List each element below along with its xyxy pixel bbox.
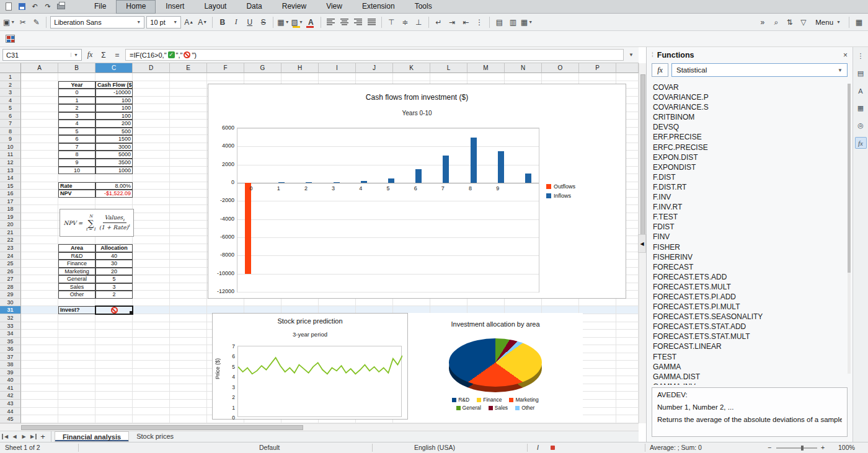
cell-B3[interactable]: 0 [58, 89, 95, 97]
cell-O1[interactable] [542, 73, 579, 81]
row-header-42[interactable]: 42 [0, 392, 21, 400]
cell-D44[interactable] [133, 408, 170, 416]
function-wizard-icon[interactable]: fx [84, 50, 95, 61]
function-item-forecast.ets.stat.mult[interactable]: FORECAST.ETS.STAT.MULT [653, 332, 852, 341]
align-justify-icon[interactable] [366, 16, 378, 29]
cell-B26[interactable]: Marketing [58, 268, 95, 276]
cell-D39[interactable] [133, 369, 170, 377]
find-icon[interactable]: ⌕ [770, 16, 782, 29]
insert-function-icon[interactable]: fx [652, 63, 668, 77]
cell-C38[interactable] [95, 361, 133, 369]
cell-P30[interactable] [579, 299, 616, 307]
function-item-fdist[interactable]: FDIST [653, 222, 852, 232]
function-item-covariance.p[interactable]: COVARIANCE.P [653, 92, 852, 102]
cell-D42[interactable] [133, 392, 170, 400]
cell-C24[interactable]: 40 [95, 252, 133, 260]
cell-D38[interactable] [133, 361, 170, 369]
function-item-fisher[interactable]: FISHER [653, 242, 852, 252]
cell-P35[interactable] [579, 338, 616, 346]
cell-D4[interactable] [133, 97, 170, 105]
cell-E36[interactable] [170, 345, 207, 353]
function-item-gamma.dist[interactable]: GAMMA.DIST [653, 372, 852, 382]
cell-D32[interactable] [133, 314, 170, 322]
cell-D30[interactable] [133, 299, 170, 307]
cell-D27[interactable] [133, 275, 170, 283]
cell-E11[interactable] [170, 151, 207, 159]
cell-D12[interactable] [133, 159, 170, 167]
column-header-O[interactable]: O [542, 63, 579, 73]
cell-C25[interactable]: 30 [95, 260, 133, 268]
cell-D2[interactable] [133, 81, 170, 89]
row-header-5[interactable]: 5 [0, 104, 21, 112]
cell-D40[interactable] [133, 376, 170, 384]
cell-P37[interactable] [579, 353, 616, 361]
row-header-19[interactable]: 19 [0, 213, 21, 221]
row-header-2[interactable]: 2 [0, 81, 21, 89]
cell-B27[interactable]: General [58, 275, 95, 283]
cell-O30[interactable] [542, 299, 579, 307]
cell-A20[interactable] [21, 221, 58, 229]
cell-E8[interactable] [170, 128, 207, 136]
cell-C6[interactable]: 100 [95, 112, 133, 120]
cell-D21[interactable] [133, 229, 170, 237]
cell-B9[interactable]: 6 [58, 135, 95, 143]
first-sheet-icon[interactable]: ◀ [2, 434, 9, 439]
cell-B17[interactable] [58, 198, 95, 206]
row-header-11[interactable]: 11 [0, 151, 21, 159]
cell-A28[interactable] [21, 283, 58, 291]
cell-C34[interactable] [95, 330, 133, 338]
number-format-currency-icon[interactable]: ▤ [494, 16, 505, 29]
cell-A45[interactable] [21, 415, 58, 423]
zoom-slider-thumb[interactable] [801, 446, 804, 451]
cell-E29[interactable] [170, 291, 207, 299]
column-header-B[interactable]: B [58, 63, 95, 73]
last-sheet-icon[interactable]: ▶ [29, 434, 37, 439]
cell-A13[interactable] [21, 167, 58, 175]
cell-A3[interactable] [21, 89, 58, 97]
function-item-erfc.precise[interactable]: ERFC.PRECISE [653, 143, 852, 152]
cell-A2[interactable] [21, 81, 58, 89]
formula-icon[interactable]: = [112, 50, 123, 61]
cell-C5[interactable]: 100 [95, 104, 133, 112]
font-color-icon[interactable]: A [305, 16, 317, 29]
stock-price-line-chart[interactable]: Stock price prediction 3-year period Pri… [212, 313, 408, 420]
cell-J1[interactable] [356, 73, 393, 81]
cell-D11[interactable] [133, 151, 170, 159]
new-document-icon[interactable] [3, 2, 14, 12]
font-size-combo[interactable]: 10 pt ▼ [146, 16, 181, 29]
cell-P38[interactable] [579, 361, 616, 369]
cell-E23[interactable] [170, 244, 207, 252]
row-header-36[interactable]: 36 [0, 345, 21, 353]
cell-C1[interactable] [95, 73, 133, 81]
cell-E21[interactable] [170, 229, 207, 237]
function-item-ftest[interactable]: FTEST [653, 352, 852, 362]
cell-C42[interactable] [95, 392, 133, 400]
cell-B4[interactable]: 1 [58, 97, 95, 105]
cell-B44[interactable] [58, 408, 95, 416]
cell-E16[interactable] [170, 190, 207, 198]
functions-panel-icon[interactable]: fx [855, 137, 867, 149]
cell-D10[interactable] [133, 143, 170, 151]
cell-A5[interactable] [21, 104, 58, 112]
cell-A10[interactable] [21, 143, 58, 151]
cell-E28[interactable] [170, 283, 207, 291]
navigator-icon[interactable]: ◎ [855, 120, 867, 131]
next-sheet-icon[interactable]: ▶ [20, 434, 28, 439]
function-item-f.dist[interactable]: F.DIST [653, 172, 852, 182]
cell-A26[interactable] [21, 268, 58, 276]
autofilter-icon[interactable]: ▽ [797, 16, 809, 29]
cell-E18[interactable] [170, 205, 207, 213]
cell-D1[interactable] [133, 73, 170, 81]
row-header-15[interactable]: 15 [0, 182, 21, 190]
column-header-L[interactable]: L [430, 63, 467, 73]
cell-C14[interactable] [95, 174, 133, 182]
cell-A32[interactable] [21, 314, 58, 322]
function-item-f.inv.rt[interactable]: F.INV.RT [653, 202, 852, 212]
cell-D17[interactable] [133, 198, 170, 206]
cell-D45[interactable] [133, 415, 170, 423]
row-header-8[interactable]: 8 [0, 128, 21, 136]
cell-D19[interactable] [133, 213, 170, 221]
cell-B30[interactable] [58, 299, 95, 307]
cell-P34[interactable] [579, 330, 616, 338]
cell-A6[interactable] [21, 112, 58, 120]
